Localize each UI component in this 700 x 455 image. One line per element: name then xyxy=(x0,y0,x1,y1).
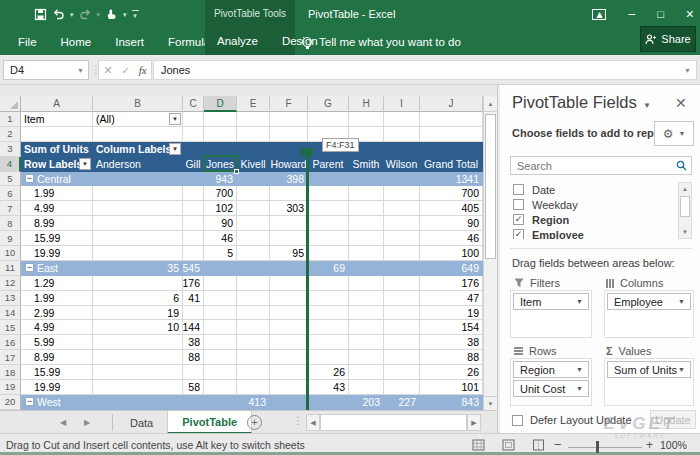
save-icon[interactable] xyxy=(34,8,47,21)
cell-E13[interactable] xyxy=(237,291,270,306)
cell-E8[interactable] xyxy=(237,216,270,231)
cell-E17[interactable] xyxy=(237,350,270,365)
pill-dropdown-icon[interactable]: ▼ xyxy=(678,298,685,305)
cell-B4[interactable]: Anderson xyxy=(93,157,183,172)
cell-A4[interactable]: Row Labels▼ xyxy=(21,157,93,172)
row-header-5[interactable]: 5 xyxy=(0,172,21,187)
cell-H13[interactable] xyxy=(349,291,384,306)
pill-dropdown-icon[interactable]: ▼ xyxy=(576,366,583,373)
row-header-15[interactable]: 15 xyxy=(0,320,21,335)
cell-B1[interactable]: (All)▼ xyxy=(93,112,183,127)
cell-E20[interactable]: 413 xyxy=(237,395,270,410)
cell-H8[interactable] xyxy=(349,216,384,231)
cell-H17[interactable] xyxy=(349,350,384,365)
cell-B16[interactable] xyxy=(93,335,183,350)
maximize-icon[interactable]: □ xyxy=(657,8,664,20)
cell-D10[interactable]: 5 xyxy=(204,246,237,261)
share-button[interactable]: Share xyxy=(640,26,696,52)
scroll-right-icon[interactable]: ▶ xyxy=(467,414,481,431)
cell-B2[interactable] xyxy=(93,127,183,142)
area-filters[interactable]: Item▼ xyxy=(510,290,592,338)
vertical-scrollbar[interactable]: ▼ xyxy=(483,112,497,410)
cell-F7[interactable]: 303 xyxy=(270,201,308,216)
cell-E16[interactable] xyxy=(237,335,270,350)
cell-H18[interactable] xyxy=(349,365,384,380)
tell-me-box[interactable]: Tell me what you want to do xyxy=(302,28,461,55)
cell-E10[interactable] xyxy=(237,246,270,261)
cell-I17[interactable] xyxy=(384,350,420,365)
cell-G18[interactable]: 26 xyxy=(308,365,349,380)
cell-B15[interactable]: 10 xyxy=(93,320,183,335)
cell-J17[interactable]: 88 xyxy=(420,350,483,365)
cell-B6[interactable] xyxy=(93,186,183,201)
cell-B20[interactable] xyxy=(93,395,183,410)
cell-C15[interactable]: 144 xyxy=(183,320,204,335)
cell-C11[interactable]: 545 xyxy=(183,261,204,276)
cell-I15[interactable] xyxy=(384,320,420,335)
field-item-weekday[interactable]: Weekday xyxy=(510,197,692,212)
cell-A11[interactable]: −East xyxy=(21,261,93,276)
cell-F6[interactable] xyxy=(270,186,308,201)
field-pill-item[interactable]: Item▼ xyxy=(513,293,589,310)
cell-A19[interactable]: 19.99 xyxy=(21,380,93,395)
cell-I9[interactable] xyxy=(384,231,420,246)
cell-I8[interactable] xyxy=(384,216,420,231)
row-header-1[interactable]: 1 xyxy=(0,112,21,127)
cell-H12[interactable] xyxy=(349,276,384,291)
cell-A5[interactable]: −Central xyxy=(21,172,93,187)
cell-J15[interactable]: 154 xyxy=(420,320,483,335)
cell-H20[interactable]: 203 xyxy=(349,395,384,410)
cell-C8[interactable] xyxy=(183,216,204,231)
ribbon-tab-file[interactable]: File xyxy=(6,28,49,55)
cancel-icon[interactable]: ✕ xyxy=(103,64,112,77)
cell-B10[interactable] xyxy=(93,246,183,261)
cell-J9[interactable]: 46 xyxy=(420,231,483,246)
cell-D9[interactable]: 46 xyxy=(204,231,237,246)
cell-C20[interactable] xyxy=(183,395,204,410)
touch-mode-dropdown-icon[interactable]: ▾ xyxy=(123,11,127,18)
field-item-date[interactable]: Date xyxy=(510,182,692,197)
pane-close-icon[interactable]: ✕ xyxy=(675,95,687,111)
cell-A1[interactable]: Item xyxy=(21,112,93,127)
cell-I20[interactable]: 227 xyxy=(384,395,420,410)
cell-C18[interactable] xyxy=(183,365,204,380)
cell-E11[interactable] xyxy=(237,261,270,276)
area-columns[interactable]: Employee▼ xyxy=(604,290,694,338)
collapse-icon[interactable]: − xyxy=(25,397,34,406)
cell-F9[interactable] xyxy=(270,231,308,246)
pill-dropdown-icon[interactable]: ▼ xyxy=(576,385,583,392)
cell-F1[interactable] xyxy=(270,112,308,127)
cell-F4[interactable]: Howard xyxy=(270,157,308,172)
cell-I10[interactable] xyxy=(384,246,420,261)
cell-C10[interactable] xyxy=(183,246,204,261)
field-list-scrollbar[interactable]: ▲ ▼ xyxy=(678,182,692,239)
row-header-9[interactable]: 9 xyxy=(0,231,21,246)
cell-G10[interactable] xyxy=(308,246,349,261)
field-checkbox[interactable]: ✓ xyxy=(513,229,524,239)
row-header-2[interactable]: 2 xyxy=(0,127,21,142)
cell-G12[interactable] xyxy=(308,276,349,291)
cell-B11[interactable]: 35 xyxy=(93,261,183,276)
cell-H11[interactable] xyxy=(349,261,384,276)
area-rows[interactable]: Region▼Unit Cost▼ xyxy=(510,358,592,406)
cell-F17[interactable] xyxy=(270,350,308,365)
cell-C5[interactable] xyxy=(183,172,204,187)
row-header-13[interactable]: 13 xyxy=(0,291,21,306)
cell-J13[interactable]: 47 xyxy=(420,291,483,306)
field-pill-employee[interactable]: Employee▼ xyxy=(607,293,691,310)
cell-E15[interactable] xyxy=(237,320,270,335)
cell-I14[interactable] xyxy=(384,306,420,321)
ribbon-tab-home[interactable]: Home xyxy=(49,28,104,55)
cell-G15[interactable] xyxy=(308,320,349,335)
page-layout-view-icon[interactable] xyxy=(502,439,515,451)
row-header-11[interactable]: 11 xyxy=(0,261,21,276)
cell-C6[interactable] xyxy=(183,186,204,201)
cell-J11[interactable]: 649 xyxy=(420,261,483,276)
cell-B13[interactable]: 6 xyxy=(93,291,183,306)
cell-J18[interactable]: 26 xyxy=(420,365,483,380)
row-header-17[interactable]: 17 xyxy=(0,350,21,365)
cell-B19[interactable] xyxy=(93,380,183,395)
cell-I4[interactable]: Wilson xyxy=(384,157,420,172)
cell-E6[interactable] xyxy=(237,186,270,201)
cell-A20[interactable]: −West xyxy=(21,395,93,410)
